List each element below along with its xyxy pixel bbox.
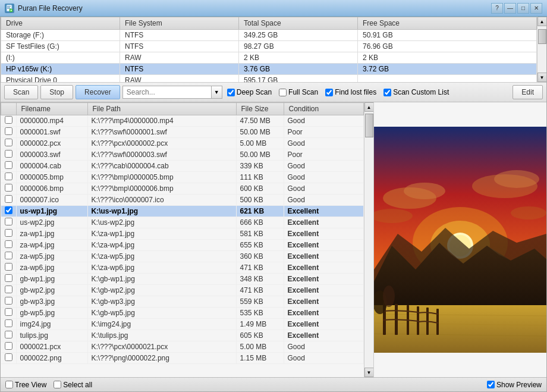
file-row[interactable]: 0000022.png K:\???\png\0000022.png 1.15 … <box>1 353 364 364</box>
drive-row[interactable]: Storage (F:) NTFS 349.25 GB 50.91 GB <box>1 30 537 41</box>
file-checkbox-cell[interactable] <box>1 138 17 149</box>
file-checkbox-cell[interactable] <box>1 319 17 330</box>
file-checkbox[interactable] <box>5 342 12 350</box>
file-checkbox-cell[interactable] <box>1 206 17 217</box>
file-checkbox[interactable] <box>5 229 12 237</box>
file-checkbox-cell[interactable] <box>1 127 17 138</box>
file-checkbox[interactable] <box>5 297 12 305</box>
help-button[interactable]: ? <box>491 3 503 14</box>
file-checkbox[interactable] <box>5 263 12 271</box>
file-row[interactable]: 0000005.bmp K:\???\bmp\0000005.bmp 111 K… <box>1 172 364 183</box>
file-checkbox-cell[interactable] <box>1 228 17 240</box>
full-scan-checkbox-label[interactable]: Full Scan <box>279 88 318 96</box>
file-row[interactable]: za-wp6.jpg K:\za-wp6.jpg 471 KB Excellen… <box>1 262 364 274</box>
show-preview-checkbox-label[interactable]: Show Preview <box>487 381 542 389</box>
drive-scroll-down[interactable]: ▼ <box>537 73 547 82</box>
file-checkbox-cell[interactable] <box>1 262 17 274</box>
file-checkbox[interactable] <box>5 127 12 135</box>
file-row[interactable]: img24.jpg K:\img24.jpg 1.49 MB Excellent <box>1 319 364 330</box>
file-row[interactable]: 0000021.pcx K:\???\pcx\0000021.pcx 5.00 … <box>1 341 364 353</box>
file-checkbox-cell[interactable] <box>1 341 17 353</box>
file-row[interactable]: us-wp1.jpg K:\us-wp1.jpg 621 KB Excellen… <box>1 206 364 217</box>
deep-scan-checkbox[interactable] <box>227 89 235 96</box>
search-dropdown-arrow[interactable]: ▼ <box>212 86 222 99</box>
file-row[interactable]: tulips.jpg K:\tulips.jpg 605 KB Excellen… <box>1 330 364 341</box>
edit-button[interactable]: Edit <box>513 85 543 99</box>
file-checkbox[interactable] <box>5 240 12 248</box>
drive-row[interactable]: HP v165w (K:) NTFS 3.76 GB 3.72 GB <box>1 64 537 75</box>
tree-view-checkbox-label[interactable]: Tree View <box>5 381 46 389</box>
file-checkbox-cell[interactable] <box>1 149 17 161</box>
file-checkbox[interactable] <box>5 161 12 169</box>
file-row[interactable]: 0000004.cab K:\???\cab\0000004.cab 339 K… <box>1 161 364 172</box>
file-row[interactable]: gb-wp3.jpg K:\gb-wp3.jpg 559 KB Excellen… <box>1 296 364 308</box>
file-checkbox-cell[interactable] <box>1 274 17 285</box>
file-checkbox[interactable] <box>5 206 12 214</box>
drive-row[interactable]: Physical Drive 0 RAW 595.17 GB <box>1 75 537 83</box>
file-checkbox-cell[interactable] <box>1 183 17 195</box>
drive-scroll-up[interactable]: ▲ <box>537 17 547 26</box>
file-row[interactable]: 0000001.swf K:\???\swf\0000001.swf 50.00… <box>1 127 364 138</box>
files-scroll-up[interactable]: ▲ <box>364 102 374 112</box>
file-checkbox-cell[interactable] <box>1 285 17 296</box>
recover-button[interactable]: Recover <box>76 85 120 99</box>
file-checkbox[interactable] <box>5 195 12 203</box>
stop-button[interactable]: Stop <box>40 85 73 99</box>
file-checkbox-cell[interactable] <box>1 251 17 262</box>
file-checkbox-cell[interactable] <box>1 115 17 127</box>
file-row[interactable]: gb-wp1.jpg K:\gb-wp1.jpg 348 KB Excellen… <box>1 274 364 285</box>
files-table-wrapper[interactable]: Filename File Path File Size Condition 0… <box>1 102 364 377</box>
scan-custom-checkbox[interactable] <box>383 89 391 96</box>
show-preview-checkbox[interactable] <box>487 381 495 388</box>
file-row[interactable]: 0000003.swf K:\???\swf\0000003.swf 50.00… <box>1 149 364 161</box>
minimize-button[interactable]: — <box>504 3 516 14</box>
file-checkbox-cell[interactable] <box>1 308 17 319</box>
close-button[interactable]: ✕ <box>530 3 542 14</box>
file-row[interactable]: 0000006.bmp K:\???\bmp\0000006.bmp 600 K… <box>1 183 364 195</box>
file-checkbox-cell[interactable] <box>1 195 17 206</box>
drive-row[interactable]: SF TestFiles (G:) NTFS 98.27 GB 76.96 GB <box>1 41 537 52</box>
file-checkbox[interactable] <box>5 139 12 146</box>
drive-row[interactable]: (I:) RAW 2 KB 2 KB <box>1 52 537 64</box>
scan-custom-checkbox-label[interactable]: Scan Custom List <box>383 88 449 96</box>
maximize-button[interactable]: □ <box>517 3 529 14</box>
file-checkbox-cell[interactable] <box>1 217 17 228</box>
find-lost-checkbox[interactable] <box>325 89 333 96</box>
file-row[interactable]: us-wp2.jpg K:\us-wp2.jpg 666 KB Excellen… <box>1 217 364 228</box>
file-checkbox[interactable] <box>5 173 12 180</box>
file-checkbox[interactable] <box>5 286 12 293</box>
file-checkbox[interactable] <box>5 184 12 192</box>
file-row[interactable]: gb-wp2.jpg K:\gb-wp2.jpg 471 KB Excellen… <box>1 285 364 296</box>
file-checkbox-cell[interactable] <box>1 296 17 308</box>
file-checkbox[interactable] <box>5 218 12 225</box>
full-scan-checkbox[interactable] <box>279 89 287 96</box>
file-checkbox[interactable] <box>5 150 12 158</box>
file-checkbox-cell[interactable] <box>1 353 17 364</box>
file-checkbox-cell[interactable] <box>1 172 17 183</box>
files-scroll-thumb[interactable] <box>365 114 373 137</box>
file-checkbox-cell[interactable] <box>1 161 17 172</box>
file-checkbox[interactable] <box>5 116 12 124</box>
file-checkbox[interactable] <box>5 308 12 316</box>
file-checkbox[interactable] <box>5 274 12 282</box>
search-input[interactable] <box>122 86 212 99</box>
tree-view-checkbox[interactable] <box>5 381 13 388</box>
file-row[interactable]: 0000000.mp4 K:\???\mp4\0000000.mp4 47.50… <box>1 115 364 127</box>
file-checkbox[interactable] <box>5 353 12 361</box>
file-row[interactable]: 0000002.pcx K:\???\pcx\0000002.pcx 5.00 … <box>1 138 364 149</box>
file-checkbox-cell[interactable] <box>1 330 17 341</box>
select-all-checkbox[interactable] <box>54 381 61 388</box>
file-checkbox[interactable] <box>5 331 12 338</box>
file-row[interactable]: za-wp4.jpg K:\za-wp4.jpg 655 KB Excellen… <box>1 240 364 251</box>
scan-button[interactable]: Scan <box>4 85 38 99</box>
drive-scroll-thumb[interactable] <box>538 29 546 44</box>
file-checkbox[interactable] <box>5 319 12 327</box>
file-row[interactable]: za-wp1.jpg K:\za-wp1.jpg 581 KB Excellen… <box>1 228 364 240</box>
file-row[interactable]: 0000007.ico K:\???\ico\0000007.ico 500 K… <box>1 195 364 206</box>
files-scroll-down[interactable]: ▼ <box>364 368 374 377</box>
select-all-checkbox-label[interactable]: Select all <box>54 381 92 389</box>
file-checkbox[interactable] <box>5 252 12 259</box>
file-row[interactable]: gb-wp5.jpg K:\gb-wp5.jpg 535 KB Excellen… <box>1 308 364 319</box>
file-row[interactable]: za-wp5.jpg K:\za-wp5.jpg 360 KB Excellen… <box>1 251 364 262</box>
file-checkbox-cell[interactable] <box>1 240 17 251</box>
